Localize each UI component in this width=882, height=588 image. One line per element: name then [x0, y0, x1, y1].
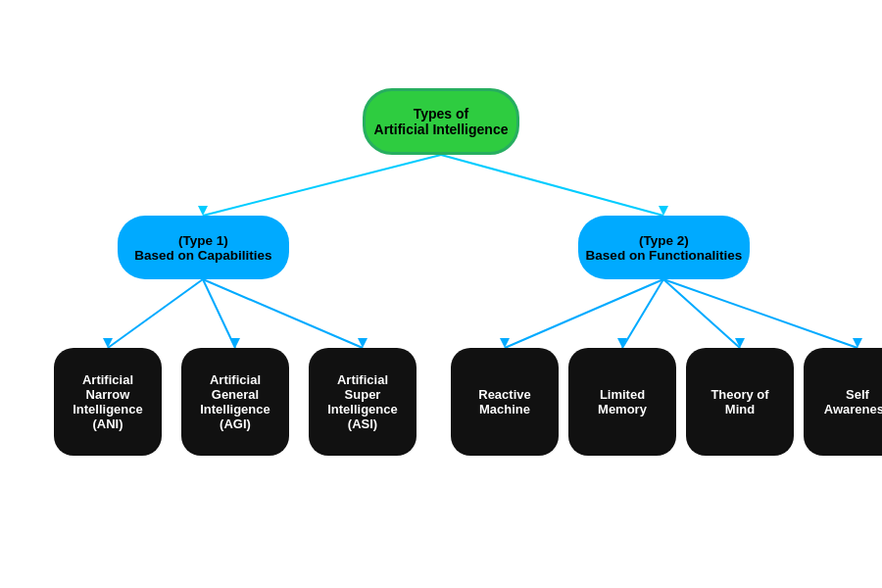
svg-line-2 [108, 279, 203, 348]
leaf-reactive-machine: Reactive Machine [451, 348, 559, 456]
svg-marker-16 [198, 206, 208, 216]
svg-marker-10 [230, 338, 240, 348]
svg-line-1 [441, 155, 663, 216]
svg-line-3 [203, 279, 235, 348]
leaf-self-awareness: Self Awareness [804, 348, 882, 456]
leaf-agi: Artificial General Intelligence (AGI) [181, 348, 289, 456]
svg-line-6 [622, 279, 663, 348]
svg-marker-15 [853, 338, 862, 348]
root-node: Types of Artificial Intelligence [363, 88, 519, 155]
leaf-lm-label: Limited Memory [598, 387, 647, 416]
svg-marker-12 [500, 338, 510, 348]
leaf-theory-of-mind: Theory of Mind [686, 348, 794, 456]
leaf-rm-label: Reactive Machine [478, 387, 530, 416]
type2-node: (Type 2) Based on Functionalities [578, 216, 750, 279]
leaf-ani: Artificial Narrow Intelligence (ANI) [54, 348, 162, 456]
type2-label: (Type 2) Based on Functionalities [586, 233, 743, 263]
leaf-agi-label: Artificial General Intelligence (AGI) [200, 372, 270, 431]
svg-marker-11 [358, 338, 368, 348]
root-label: Types of Artificial Intelligence [374, 106, 509, 137]
leaf-sa-label: Self Awareness [824, 387, 882, 416]
type1-node: (Type 1) Based on Capabilities [118, 216, 289, 279]
svg-marker-17 [659, 206, 668, 216]
svg-marker-9 [103, 338, 113, 348]
leaf-limited-memory: Limited Memory [568, 348, 676, 456]
svg-line-8 [663, 279, 858, 348]
leaf-asi: Artificial Super Intelligence (ASI) [309, 348, 416, 456]
svg-marker-13 [617, 338, 627, 348]
svg-line-4 [203, 279, 363, 348]
leaf-tom-label: Theory of Mind [710, 387, 768, 416]
type1-label: (Type 1) Based on Capabilities [134, 233, 271, 263]
leaf-asi-label: Artificial Super Intelligence (ASI) [327, 372, 398, 431]
svg-line-7 [663, 279, 740, 348]
leaf-ani-label: Artificial Narrow Intelligence (ANI) [73, 372, 143, 431]
svg-line-5 [505, 279, 663, 348]
svg-marker-14 [735, 338, 745, 348]
svg-line-0 [203, 155, 441, 216]
